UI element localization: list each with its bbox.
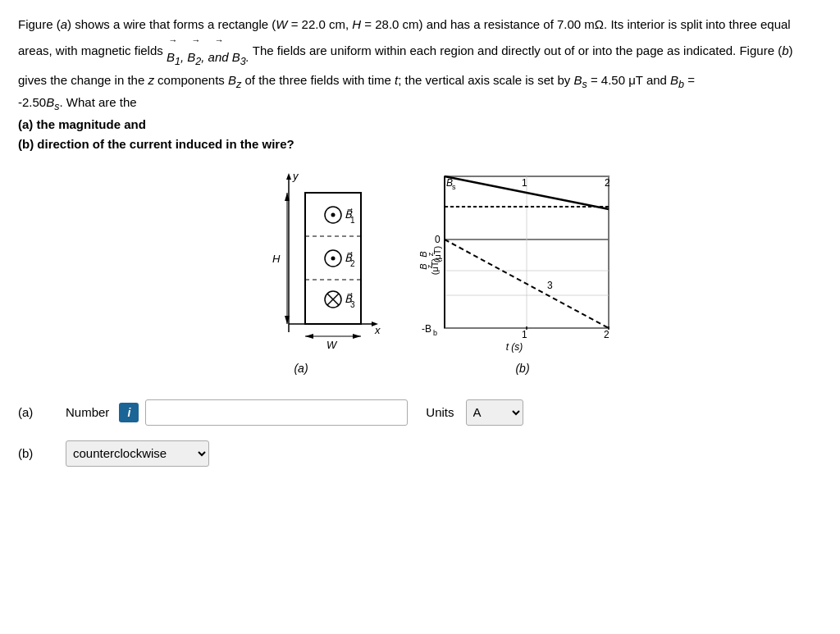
direction-select[interactable]: counterclockwise clockwise [66,440,209,467]
svg-text:1: 1 [522,329,527,340]
svg-marker-1 [286,173,291,180]
number-input[interactable] [145,399,408,426]
svg-text:0: 0 [435,234,441,245]
problem-line1: Figure (a) shows a wire that forms a rec… [18,17,792,87]
figure-b-svg: B s 0 -B b 1 2 1 2 3 B z [420,168,625,357]
svg-text:2: 2 [350,259,355,268]
number-label: Number [66,405,109,419]
units-label: Units [426,405,454,419]
fig-a-caption: (a) [294,362,308,375]
svg-text:x: x [374,324,381,336]
svg-text:b: b [433,329,437,337]
info-button[interactable]: i [119,403,139,422]
fig-b-caption: (b) [515,362,529,375]
svg-text:3: 3 [547,280,553,291]
answer-row-a: (a) Number i Units A mA μA nA [18,399,822,426]
svg-text:H: H [272,253,281,265]
problem-part-a-label: (a) the magnitude and [18,117,146,131]
figure-a-svg: y x B⃗ 1 B⃗ 2 [215,168,387,357]
svg-text:2: 2 [605,177,610,189]
svg-text:y: y [292,170,299,182]
svg-text:s: s [452,183,456,191]
figures-row: y x B⃗ 1 B⃗ 2 [18,168,822,375]
svg-text:-B: -B [422,323,431,335]
svg-point-10 [331,212,336,217]
svg-text:t (s): t (s) [506,341,523,353]
problem-text: Figure (a) shows a wire that forms a rec… [18,15,822,153]
part-a-label: (a) [18,405,59,419]
svg-text:1: 1 [522,177,527,189]
problem-line2: -2.50Bs. What are the [18,95,137,109]
figure-a: y x B⃗ 1 B⃗ 2 [215,168,387,357]
svg-text:3: 3 [350,300,355,309]
units-select[interactable]: A mA μA nA [466,399,523,426]
svg-text:(μT): (μT) [432,246,442,262]
svg-marker-28 [353,334,361,339]
answer-row-b: (b) counterclockwise clockwise [18,440,822,467]
svg-text:W: W [326,339,338,351]
svg-point-14 [331,256,336,260]
part-b-label: (b) [18,446,59,460]
svg-text:2: 2 [604,329,609,340]
figure-b-container: B s 0 -B b 1 2 1 2 3 B z [420,168,625,375]
svg-marker-27 [305,334,313,339]
figure-b: B s 0 -B b 1 2 1 2 3 B z [420,168,625,357]
svg-text:1: 1 [350,216,355,225]
problem-part-b-label: (b) direction of the current induced in … [18,137,294,151]
figure-a-container: y x B⃗ 1 B⃗ 2 [215,168,387,375]
